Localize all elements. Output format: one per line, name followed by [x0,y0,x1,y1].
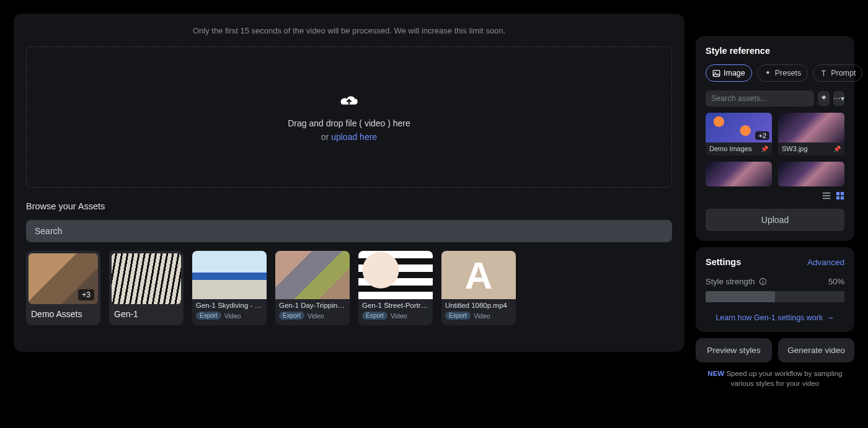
tab-image[interactable]: Image [706,64,752,82]
ref-search-row: ⋯▾ [706,90,844,107]
presets-icon [764,69,772,77]
preview-styles-button[interactable]: Preview styles [696,338,772,362]
image-icon [712,69,720,77]
pin-icon [820,95,827,102]
folder-thumb: +3 [29,253,98,304]
asset-row: +3 Demo Assets Gen-1 Gen-1 Skydiving - B… [26,251,672,325]
svg-rect-8 [841,196,844,199]
right-column: Style reference Image Presets Prompt ⋯▾ [696,36,854,414]
ref-thumb [778,113,844,142]
clip-title: Gen-1 Day-Tripping - W... [279,302,346,309]
list-view-icon[interactable] [822,191,831,203]
tip-text: Speed up your workflow by sampling vario… [726,370,842,387]
tab-prompt-label: Prompt [831,69,856,77]
arrow-right-icon: → [826,313,835,322]
tab-presets-label: Presets [775,69,801,77]
asset-folder-gen1[interactable]: Gen-1 [109,251,184,325]
asset-folder-demo[interactable]: +3 Demo Assets [26,251,100,325]
clip-type-badge: Export [362,312,388,320]
clip-kind: Video [224,312,241,320]
video-dropzone[interactable]: Drag and drop file ( video ) here or upl… [26,46,672,188]
style-reference-panel: Style reference Image Presets Prompt ⋯▾ [696,36,854,241]
style-strength-value: 50% [828,277,844,286]
ref-asset-item[interactable] [778,162,844,186]
style-strength-row: Style strength 50% [706,277,844,286]
settings-title: Settings [706,257,741,267]
ref-extra-count: +2 [755,131,769,140]
processing-notice: Only the first 15 seconds of the video w… [26,26,672,35]
svg-rect-2 [823,193,830,194]
clip-type-badge: Export [196,312,221,320]
tab-image-label: Image [724,69,745,77]
folder-thumb [112,253,181,304]
workflow-tip: NEW Speed up your workflow by sampling v… [696,369,854,388]
advanced-link[interactable]: Advanced [807,258,844,267]
svg-rect-6 [841,192,844,195]
browse-assets-header: Browse your Assets [26,201,672,211]
settings-panel: Settings Advanced Style strength 50% Lea… [696,247,854,332]
main-panel: Only the first 15 seconds of the video w… [14,14,684,352]
grid-view-icon[interactable] [836,191,844,203]
view-toggle [706,191,844,203]
asset-clip[interactable]: Untitled 1080p.mp4 Export Video [441,251,516,325]
ref-more-filter[interactable]: ⋯▾ [833,91,845,106]
ref-upload-button[interactable]: Upload [706,209,844,231]
folder-title: Gen-1 [114,309,179,319]
asset-search-input[interactable] [26,220,672,242]
ref-asset-item[interactable] [706,162,772,186]
gen1-help-link[interactable]: Learn how Gen-1 settings work → [706,313,844,322]
or-word: or [321,132,329,142]
ref-pin-filter[interactable] [818,91,830,106]
tab-prompt[interactable]: Prompt [813,64,862,82]
pin-icon: 📌 [761,146,768,152]
svg-rect-4 [823,198,830,199]
ref-asset-item[interactable]: SW3.jpg 📌 [778,113,844,155]
tab-presets[interactable]: Presets [757,64,808,82]
generate-video-button[interactable]: Generate video [778,338,854,362]
clip-meta-row: Export Video [196,312,263,320]
ref-asset-label: SW3.jpg [782,145,808,152]
clip-thumb [441,251,516,299]
upload-cloud-icon [339,92,360,108]
clip-meta-row: Export Video [445,312,512,320]
ref-search-input[interactable] [706,90,814,107]
clip-thumb [275,251,350,299]
ref-thumb: +2 [706,113,772,142]
dropzone-or-line: or upload here [321,132,377,142]
slider-fill [706,291,775,302]
clip-type-badge: Export [279,312,304,320]
svg-point-1 [714,71,715,72]
more-icon: ⋯▾ [833,94,844,103]
pin-icon: 📌 [833,146,841,152]
clip-title: Gen-1 Skydiving - Blue ... [196,302,263,309]
ref-thumb [706,162,772,186]
clip-kind: Video [474,312,490,320]
clip-kind: Video [308,312,324,320]
svg-rect-5 [836,192,839,195]
style-tabs: Image Presets Prompt [706,64,844,82]
tip-new-badge: NEW [707,370,724,377]
svg-rect-3 [823,195,830,196]
clip-thumb [192,251,267,299]
folder-extra-count: +3 [78,289,94,300]
ref-asset-item[interactable]: +2 Demo Images 📌 [706,113,772,155]
folder-title: Demo Assets [31,309,95,319]
dropzone-text: Drag and drop file ( video ) here [288,118,410,128]
info-icon[interactable] [759,277,767,286]
asset-clip[interactable]: Gen-1 Street-Portrait - ... Export Video [358,251,433,325]
ref-asset-label: Demo Images [709,145,751,152]
svg-rect-7 [836,196,839,199]
prompt-icon [820,69,828,77]
clip-meta-row: Export Video [279,312,346,320]
asset-clip[interactable]: Gen-1 Skydiving - Blue ... Export Video [192,251,267,325]
clip-type-badge: Export [445,312,471,320]
clip-kind: Video [391,312,407,320]
style-strength-slider[interactable] [706,291,844,302]
asset-clip[interactable]: Gen-1 Day-Tripping - W... Export Video [275,251,350,325]
ref-asset-grid: +2 Demo Images 📌 SW3.jpg 📌 [706,113,844,186]
clip-title: Gen-1 Street-Portrait - ... [362,302,429,309]
settings-header: Settings Advanced [706,257,844,267]
help-text: Learn how Gen-1 settings work [715,313,823,322]
upload-here-link[interactable]: upload here [331,132,377,142]
style-reference-title: Style reference [706,46,844,56]
